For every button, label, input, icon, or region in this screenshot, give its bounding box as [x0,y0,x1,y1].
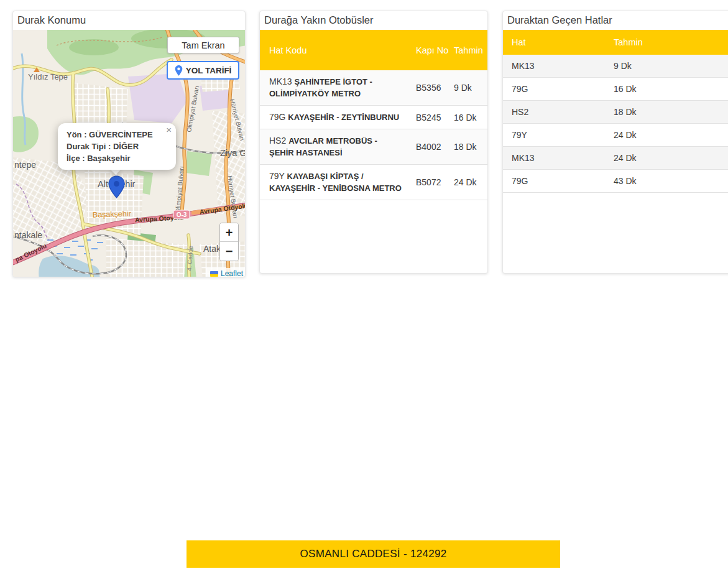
popup-direction: Yön : GÜVERCİNTEPE [67,129,167,141]
door-number: B5072 [408,177,454,187]
eta-value: 16 Dk [454,113,487,123]
popup-district: İlçe : Başakşehir [67,152,167,164]
route-name: KAYABAŞI KİPTAŞ / KAYAŞEHİR - YENİBOSNA … [269,172,402,193]
passing-lines-card: Duraktan Geçen Hatlar Hat Tahmin MK13 9 … [502,11,728,274]
door-number: B5245 [408,113,454,123]
eta-value: 18 Dk [614,107,728,117]
eta-value: 9 Dk [454,83,487,93]
zoom-out-button[interactable]: − [220,242,238,261]
eta-value: 24 Dk [614,153,728,163]
page: Durak Konumu [0,0,728,569]
map-attribution: Leaflet [206,268,246,277]
line-code: MK13 [503,153,614,163]
stop-name-banner: OSMANLI CADDESİ - 124292 [187,540,560,568]
map-label: Yıldız Tepe [28,72,68,81]
map-card-title: Durak Konumu [13,11,245,30]
column-header-hat-kodu: Hat Kodu [260,45,408,55]
table-row: HS2 18 Dk [503,101,728,124]
nearby-buses-card: Durağa Yakın Otobüsler Hat Kodu Kapı No … [259,11,488,274]
route-code: 79G [269,112,285,122]
table-row: 79G 16 Dk [503,78,728,101]
directions-button[interactable]: YOL TARİFİ [167,61,239,80]
door-number: B4002 [408,142,454,152]
passing-lines-title: Duraktan Geçen Hatlar [503,11,728,30]
leaflet-map[interactable]: Yıldız Tepe ntepe ntakale Altınşehir Ziy… [13,30,246,277]
passing-lines-header: Hat Tahmin [503,30,728,55]
zoom-in-button[interactable]: + [220,223,238,242]
map-marker-icon[interactable] [108,175,125,198]
route-code: MK13 [269,76,292,86]
map-label: Ziya Gö [220,148,246,158]
location-pin-icon [175,65,183,76]
eta-value: 43 Dk [614,176,728,186]
column-header-tahmin: Tahmin [454,45,487,55]
table-row: MK13 24 Dk [503,147,728,170]
directions-button-label: YOL TARİFİ [186,66,232,75]
zoom-control: + − [219,223,239,261]
eta-value: 18 Dk [454,142,487,152]
map-label: Atak [203,244,221,254]
route-code: 79Y [269,171,285,181]
table-row: MK13 9 Dk [503,55,728,78]
map-label: Başakşehir [93,210,131,220]
fullscreen-button[interactable]: Tam Ekran [167,37,239,53]
eta-value: 9 Dk [614,61,728,71]
table-row: HS2 AVCILAR METROBÜS - ŞEHİR HASTANESİ B… [260,129,487,165]
table-row: MK13 ŞAHİNTEPE İGTOT - OLİMPİYATKÖY METR… [260,70,487,106]
line-code: MK13 [503,61,614,71]
nearby-buses-header: Hat Kodu Kapı No Tahmin [260,30,487,70]
motorway-badge: O-3 [177,211,187,218]
eta-value: 24 Dk [454,177,487,187]
route-code: HS2 [269,136,286,146]
leaflet-link[interactable]: Leaflet [221,269,243,277]
eta-value: 24 Dk [614,130,728,140]
table-row: 79G KAYAŞEHİR - ZEYTİNBURNU B5245 16 Dk [260,106,487,129]
table-row: 79G 43 Dk [503,170,728,193]
door-number: B5356 [408,83,454,93]
line-code: HS2 [503,107,614,117]
line-code: 79G [503,176,614,186]
ukraine-flag-icon [210,271,218,277]
column-header-kapi-no: Kapı No [408,45,454,55]
stop-location-card: Durak Konumu [12,11,246,277]
nearby-buses-rows: MK13 ŞAHİNTEPE İGTOT - OLİMPİYATKÖY METR… [260,70,487,200]
close-icon[interactable]: × [166,125,172,134]
line-code: 79G [503,84,614,94]
eta-value: 16 Dk [614,84,728,94]
line-code: 79Y [503,130,614,140]
map-label: 4. Cadde [186,246,194,272]
map-label: ntakale [14,230,42,240]
nearby-buses-title: Durağa Yakın Otobüsler [260,11,487,30]
passing-lines-rows: MK13 9 Dk 79G 16 Dk HS2 18 Dk 79Y 24 Dk … [503,55,728,193]
map-label: ntepe [14,160,36,170]
table-row: 79Y KAYABAŞI KİPTAŞ / KAYAŞEHİR - YENİBO… [260,165,487,200]
column-header-tahmin: Tahmin [614,37,728,47]
popup-stop-type: Durak Tipi : DİĞER [67,141,167,152]
route-name: AVCILAR METROBÜS - ŞEHİR HASTANESİ [269,136,377,157]
route-name: KAYAŞEHİR - ZEYTİNBURNU [288,113,399,122]
column-header-hat: Hat [503,37,614,47]
table-row: 79Y 24 Dk [503,124,728,147]
map-popup: × Yön : GÜVERCİNTEPE Durak Tipi : DİĞER … [58,123,176,170]
